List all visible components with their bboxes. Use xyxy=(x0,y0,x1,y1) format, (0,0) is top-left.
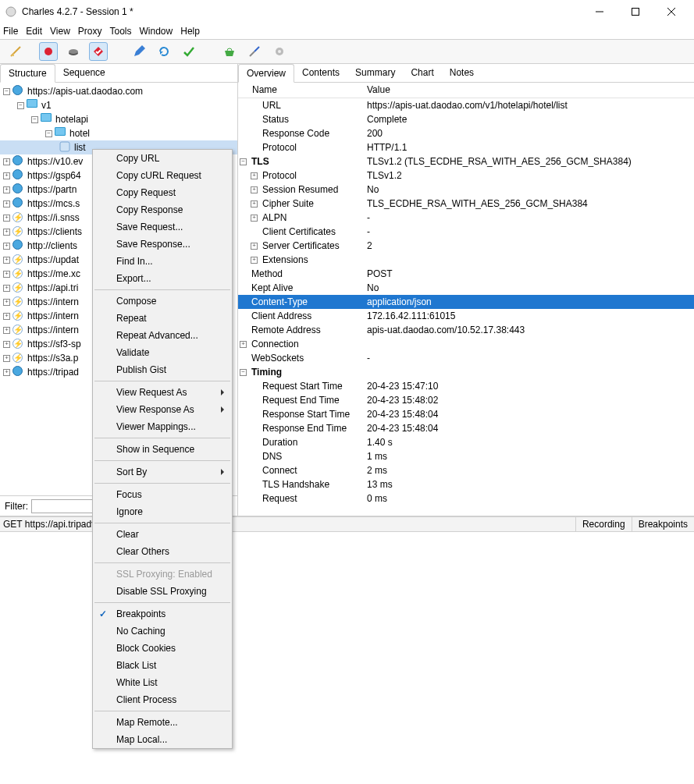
overview-row[interactable]: Remote Addressapis-uat.daodao.com/10.52.… xyxy=(238,323,694,337)
menu-help[interactable]: Help xyxy=(180,26,200,37)
overview-row[interactable]: +Session ResumedNo xyxy=(238,183,694,197)
throttle-icon[interactable] xyxy=(64,42,83,61)
ctx-white-list[interactable]: White List xyxy=(93,674,232,691)
overview-grid[interactable]: URLhttps://apis-uat.daodao.com/v1/hotela… xyxy=(238,98,694,516)
overview-row[interactable]: Request Start Time20-4-23 15:47:10 xyxy=(238,379,694,393)
record-icon[interactable] xyxy=(39,42,58,61)
menu-file[interactable]: File xyxy=(3,26,18,37)
edit-icon[interactable] xyxy=(130,42,148,61)
ctx-save-response[interactable]: Save Response... xyxy=(93,236,232,253)
overview-row[interactable]: ProtocolHTTP/1.1 xyxy=(238,140,694,154)
context-menu: Copy URLCopy cURL RequestCopy RequestCop… xyxy=(92,149,233,749)
overview-row[interactable]: WebSockets- xyxy=(238,351,694,365)
ctx-find-in[interactable]: Find In... xyxy=(93,253,232,270)
overview-row[interactable]: Request End Time20-4-23 15:48:02 xyxy=(238,393,694,407)
tab-summary[interactable]: Summary xyxy=(347,64,403,82)
tree-folder[interactable]: −hotelapi xyxy=(0,112,237,126)
menu-view[interactable]: View xyxy=(50,26,70,37)
ctx-repeat[interactable]: Repeat xyxy=(93,310,232,327)
tree-host[interactable]: −https://apis-uat.daodao.com xyxy=(0,84,237,98)
validate-icon[interactable] xyxy=(180,42,198,61)
breakpoints-icon[interactable] xyxy=(89,42,108,61)
tab-chart[interactable]: Chart xyxy=(403,64,441,82)
ctx-clear-others[interactable]: Clear Others xyxy=(93,543,232,560)
overview-row[interactable]: TLS Handshake13 ms xyxy=(238,477,694,491)
ctx-map-local[interactable]: Map Local... xyxy=(93,731,232,748)
settings-gear-icon[interactable] xyxy=(270,42,289,61)
ctx-client-process[interactable]: Client Process xyxy=(93,691,232,708)
overview-row[interactable]: Duration1.40 s xyxy=(238,435,694,449)
close-button[interactable] xyxy=(653,0,689,23)
ctx-view-response-as[interactable]: View Response As xyxy=(93,401,232,418)
overview-row[interactable]: Client Address172.16.42.111:61015 xyxy=(238,309,694,323)
tools-basket-icon[interactable] xyxy=(220,42,239,61)
overview-row[interactable]: Response Start Time20-4-23 15:48:04 xyxy=(238,407,694,421)
ctx-validate[interactable]: Validate xyxy=(93,344,232,361)
overview-row[interactable]: −Timing xyxy=(238,365,694,379)
menu-bar: FileEditViewProxyToolsWindowHelp xyxy=(0,23,694,39)
maximize-button[interactable] xyxy=(617,0,653,23)
overview-row[interactable]: StatusComplete xyxy=(238,112,694,126)
left-tabs: StructureSequence xyxy=(0,64,237,83)
ctx-copy-curl-request[interactable]: Copy cURL Request xyxy=(93,167,232,184)
overview-row[interactable]: +Server Certificates2 xyxy=(238,239,694,253)
tab-contents[interactable]: Contents xyxy=(294,64,347,82)
overview-row[interactable]: +Extensions xyxy=(238,253,694,267)
tools-wrench-icon[interactable] xyxy=(245,42,264,61)
overview-row[interactable]: URLhttps://apis-uat.daodao.com/v1/hotela… xyxy=(238,98,694,112)
ctx-copy-response[interactable]: Copy Response xyxy=(93,201,232,218)
ctx-map-remote[interactable]: Map Remote... xyxy=(93,714,232,731)
ctx-export[interactable]: Export... xyxy=(93,270,232,287)
tree-folder[interactable]: −hotel xyxy=(0,126,237,140)
menu-tools[interactable]: Tools xyxy=(110,26,132,37)
ctx-clear[interactable]: Clear xyxy=(93,526,232,543)
ctx-sort-by[interactable]: Sort By xyxy=(93,463,232,481)
ctx-viewer-mappings[interactable]: Viewer Mappings... xyxy=(93,418,232,435)
window-title: Charles 4.2.7 - Session 1 * xyxy=(22,6,582,17)
ctx-disable-ssl-proxying[interactable]: Disable SSL Proxying xyxy=(93,583,232,600)
overview-row[interactable]: Client Certificates- xyxy=(238,225,694,239)
tab-sequence[interactable]: Sequence xyxy=(55,64,113,82)
minimize-button[interactable] xyxy=(582,0,617,23)
menu-edit[interactable]: Edit xyxy=(26,26,42,37)
svg-rect-2 xyxy=(632,8,639,15)
tree-folder[interactable]: −v1 xyxy=(0,98,237,112)
ctx-no-caching[interactable]: No Caching xyxy=(93,623,232,640)
repeat-icon[interactable] xyxy=(155,42,173,61)
ctx-copy-request[interactable]: Copy Request xyxy=(93,184,232,201)
broom-icon[interactable] xyxy=(6,42,25,61)
ctx-save-request[interactable]: Save Request... xyxy=(93,218,232,236)
overview-row[interactable]: −TLSTLSv1.2 (TLS_ECDHE_RSA_WITH_AES_256_… xyxy=(238,154,694,169)
overview-row[interactable]: +Connection xyxy=(238,337,694,351)
ctx-ignore[interactable]: Ignore xyxy=(93,503,232,520)
tab-notes[interactable]: Notes xyxy=(442,64,482,82)
filter-label: Filter: xyxy=(5,501,28,512)
ctx-copy-url[interactable]: Copy URL xyxy=(93,150,232,167)
overview-row[interactable]: +ProtocolTLSv1.2 xyxy=(238,169,694,183)
ctx-show-in-sequence[interactable]: Show in Sequence xyxy=(93,441,232,458)
overview-row[interactable]: Content-Typeapplication/json xyxy=(238,295,694,309)
ctx-black-list[interactable]: Black List xyxy=(93,657,232,674)
ctx-block-cookies[interactable]: Block Cookies xyxy=(93,640,232,657)
overview-row[interactable]: DNS1 ms xyxy=(238,449,694,463)
svg-point-10 xyxy=(278,50,281,53)
overview-row[interactable]: +ALPN- xyxy=(238,211,694,225)
menu-proxy[interactable]: Proxy xyxy=(78,26,102,37)
ctx-compose[interactable]: Compose xyxy=(93,293,232,310)
tab-structure[interactable]: Structure xyxy=(0,64,55,83)
overview-panel: OverviewContentsSummaryChartNotes Name V… xyxy=(238,64,694,516)
overview-row[interactable]: Kept AliveNo xyxy=(238,281,694,295)
menu-window[interactable]: Window xyxy=(140,26,173,37)
overview-row[interactable]: MethodPOST xyxy=(238,267,694,281)
ctx-repeat-advanced[interactable]: Repeat Advanced... xyxy=(93,327,232,344)
ctx-breakpoints[interactable]: Breakpoints xyxy=(93,605,232,623)
ctx-view-request-as[interactable]: View Request As xyxy=(93,384,232,401)
overview-row[interactable]: Response Code200 xyxy=(238,126,694,140)
overview-row[interactable]: +Cipher SuiteTLS_ECDHE_RSA_WITH_AES_256_… xyxy=(238,197,694,211)
ctx-focus[interactable]: Focus xyxy=(93,486,232,503)
overview-row[interactable]: Response End Time20-4-23 15:48:04 xyxy=(238,421,694,435)
overview-row[interactable]: Connect2 ms xyxy=(238,463,694,477)
overview-row[interactable]: Request0 ms xyxy=(238,491,694,506)
tab-overview[interactable]: Overview xyxy=(238,64,294,83)
ctx-publish-gist[interactable]: Publish Gist xyxy=(93,361,232,378)
